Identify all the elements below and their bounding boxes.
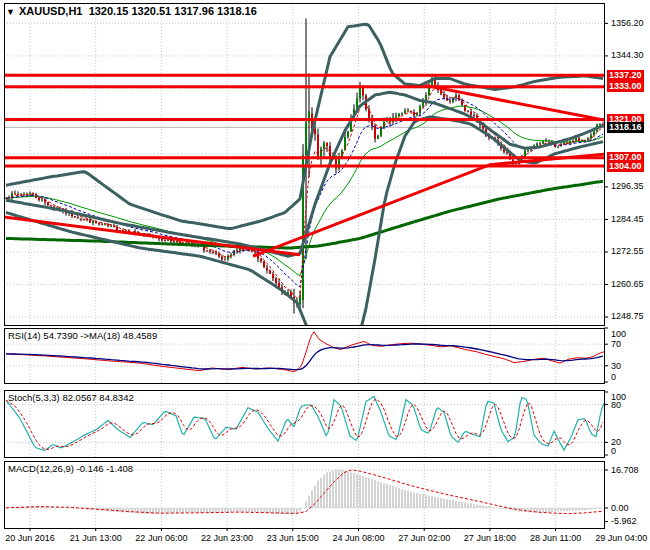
- time-axis-label: 27 Jun 02:00: [398, 533, 450, 543]
- chart-header: ▼XAUUSD,H1 1320.15 1320.51 1317.96 1318.…: [6, 5, 257, 17]
- price-axis-label: 1260.65: [611, 279, 644, 289]
- time-axis-label: 24 Jun 08:00: [332, 533, 384, 543]
- price-axis-label: 1356.20: [611, 18, 644, 28]
- time-axis-label: 22 Jun 06:00: [135, 533, 187, 543]
- rsi-axis-label: 30: [611, 361, 621, 371]
- trend-line-3: [425, 85, 604, 120]
- time-axis-label: 27 Jun 18:00: [464, 533, 516, 543]
- price-axis-label: 1344.30: [611, 50, 644, 60]
- time-axis-label: 20 Jun 2016: [5, 533, 55, 543]
- price-level-badge: 1337.20: [607, 70, 644, 81]
- pane-border-0: [5, 4, 605, 326]
- stoch-axis-label: 0: [611, 446, 616, 456]
- rsi-axis-label: 0: [611, 372, 616, 382]
- trading-chart-window: ▼XAUUSD,H1 1320.15 1320.51 1317.96 1318.…: [0, 0, 650, 550]
- price-axis-label: 1272.55: [611, 246, 644, 256]
- price-pane-content: [0, 18, 604, 340]
- ma-green-line: [6, 106, 603, 276]
- price-axis-label: 1284.45: [611, 214, 644, 224]
- rsi-indicator-label: RSI(14) 54.7390 ->MA(18) 48.4589: [8, 330, 157, 341]
- time-axis-label: 23 Jun 15:00: [267, 533, 319, 543]
- time-axis-label: 29 Jun 04:00: [595, 533, 647, 543]
- price-level-badge: 1333.00: [607, 81, 644, 92]
- stoch-indicator-label: Stoch(5,3,3) 82.0567 84.8342: [8, 392, 134, 403]
- symbol-timeframe-label: XAUUSD,H1: [19, 5, 83, 17]
- time-axis-label: 22 Jun 23:00: [201, 533, 253, 543]
- macd-indicator-label: MACD(12,26,9) -0.146 -1.408: [8, 463, 133, 474]
- stoch-axis-label: 80: [611, 400, 621, 410]
- price-axis-label: 1248.75: [611, 311, 644, 321]
- symbol-dropdown-icon[interactable]: ▼: [6, 7, 15, 17]
- macd-axis-label: 16.708: [611, 465, 639, 475]
- rsi-axis-label: 100: [611, 329, 626, 339]
- current-price-badge: 1318.16: [607, 122, 644, 133]
- rsi-axis-label: 70: [611, 339, 621, 349]
- time-axis-label: 21 Jun 13:00: [70, 533, 122, 543]
- price-level-badge: 1304.00: [607, 161, 644, 172]
- price-axis-label: 1296.35: [611, 181, 644, 191]
- macd-axis-label: 0.00: [611, 503, 629, 513]
- time-axis-label: 28 Jun 11:00: [530, 533, 581, 543]
- macd-axis-label: -5.962: [611, 516, 637, 526]
- ohlc-values: 1320.15 1320.51 1317.96 1318.16: [89, 5, 257, 17]
